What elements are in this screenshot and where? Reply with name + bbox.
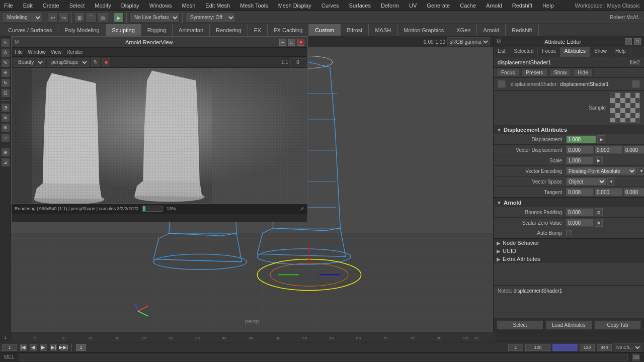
displacement-section-header[interactable]: ▼ Displacement Attributes [494,125,644,134]
menu-curves[interactable]: Curves [319,2,341,10]
attr-tab-selected[interactable]: Selected [510,47,538,57]
menu-mesh[interactable]: Mesh [180,2,197,10]
render-menu-window[interactable]: Window [28,49,46,55]
vs-map-btn[interactable]: ▼ [607,177,615,186]
menu-mesh-tools[interactable]: Mesh Tools [238,2,270,10]
select-tool[interactable]: ↖ [1,38,10,47]
tab-mash[interactable]: MASH [369,24,397,36]
toolbar-snap-grid[interactable]: ⊞ [74,13,85,23]
lasso-tool[interactable]: ⊙ [1,48,10,57]
toolbar-snap-curve[interactable]: ⌒ [86,13,97,23]
win-minimize-btn[interactable]: ─ [279,39,286,46]
t-y-input[interactable] [595,188,622,196]
scale-tool[interactable]: ⊡ [1,88,10,98]
tab-curves-surfaces[interactable]: Curves / Surfaces [2,24,58,36]
attr-hide-btn[interactable]: Hide [573,69,593,76]
tab-redshift[interactable]: Redshift [506,24,538,36]
attr-tab-focus[interactable]: Focus [538,47,560,57]
attr-minimize-btn[interactable]: ─ [625,38,632,45]
playback-end-input[interactable] [580,344,595,351]
auto-bump-checkbox[interactable] [566,230,572,236]
attr-show-btn[interactable]: Show [549,69,571,76]
no-char-select[interactable]: No Ch... [614,343,642,351]
t-x-input[interactable] [566,188,594,196]
move-tool[interactable]: ✛ [1,68,10,77]
menu-create[interactable]: Create [41,2,61,10]
menu-windows[interactable]: Windows [147,2,174,10]
bp-map-btn[interactable]: ⊠ [595,208,603,216]
vd-z-input[interactable] [623,146,644,154]
tab-rigging[interactable]: Rigging [141,24,173,36]
menu-generate[interactable]: Generate [425,2,452,10]
render-frame-input[interactable] [290,58,305,66]
vector-encoding-select[interactable]: Floating-Point Absolute [566,167,636,175]
smooth-tool[interactable]: ≋ [1,113,10,122]
playback-play-btn[interactable]: ▶ [39,343,47,351]
toolbar-btn-2[interactable]: ↪ [59,13,69,23]
tab-fx[interactable]: FX [248,24,268,36]
sculpt-tool[interactable]: ◔ [1,103,10,112]
menu-modify[interactable]: Modify [93,2,113,10]
attr-tab-help[interactable]: Help [611,47,630,57]
playback-max-input[interactable] [597,344,612,351]
vp-renderer-select[interactable]: sRGB gamma [447,37,490,46]
tab-poly-modeling[interactable]: Poly Modeling [58,24,106,36]
attr-link-left-btn[interactable] [498,80,506,88]
playback-start-input[interactable] [2,344,17,351]
no-live-select[interactable]: No Live Surface [129,13,180,23]
node-behavior-row[interactable]: ▶ Node Behavior [494,239,644,247]
range-end-input[interactable] [525,344,550,351]
tab-motion-graphics[interactable]: Motion Graphics [397,24,450,36]
tab-custom[interactable]: Custom [309,24,341,36]
command-input-area[interactable] [19,354,628,361]
attr-focus-btn[interactable]: Focus [497,69,519,76]
render-stop-btn[interactable]: ■ [102,58,110,66]
menu-help[interactable]: Help [540,2,556,10]
menu-display[interactable]: Display [119,2,141,10]
displacement-input[interactable] [566,135,596,143]
tab-animation[interactable]: Animation [173,24,210,36]
vector-space-select[interactable]: Object [566,177,606,186]
toolbar-btn-1[interactable]: ↩ [48,13,58,23]
timeline-track[interactable]: 5 10 15 20 25 30 35 40 45 50 55 60 65 70… [13,332,496,342]
attr-load-btn[interactable]: Load Attributes [545,320,592,330]
render-menu-view[interactable]: View [51,49,62,55]
ve-map-btn[interactable]: ▼ [637,167,644,175]
mode-select[interactable]: Modeling [2,13,42,23]
uuid-row[interactable]: ▶ UUID [494,247,644,255]
menu-file[interactable]: File [2,2,15,10]
render-menu-file[interactable]: File [15,49,23,55]
tab-sculpting[interactable]: Sculpting [106,24,141,36]
displacement-map-btn[interactable]: ▶ [597,135,605,143]
attr-sample-swatch[interactable] [610,93,640,123]
attr-link-right-btn[interactable] [632,80,640,88]
tab-arnold[interactable]: Arnold [477,24,506,36]
playback-skip-end-btn[interactable]: ▶▶| [59,343,67,351]
win-maximize-btn[interactable]: □ [288,39,295,46]
toolbar-snap-pt[interactable]: ◎ [98,13,108,23]
relax-tool[interactable]: ⊚ [1,123,10,132]
menu-cache[interactable]: Cache [458,2,478,10]
toolbar-render[interactable]: ▶ [114,13,124,23]
playback-prev-btn[interactable]: ◀ [29,343,37,351]
status-end-btn[interactable]: ⌨ [632,353,640,361]
render-menu-render[interactable]: Render [66,49,83,55]
vd-x-input[interactable] [566,146,594,154]
render-camera[interactable]: perspShape [47,58,89,67]
symmetry-select[interactable]: Symmetry: Off [185,13,235,23]
menu-surfaces[interactable]: Surfaces [347,2,373,10]
rotate-tool[interactable]: ↻ [1,78,10,87]
menu-edit[interactable]: Edit [21,2,35,10]
attr-presets-btn[interactable]: Presets [521,69,547,76]
range-start-input[interactable] [508,344,523,351]
menu-deform[interactable]: Deform [379,2,401,10]
win-close-btn[interactable]: ✕ [297,39,304,46]
tab-fx-caching[interactable]: FX Caching [268,24,309,36]
t-z-input[interactable] [623,188,644,196]
playback-next-btn[interactable]: ▶| [49,343,57,351]
tab-xgen[interactable]: XGen [450,24,477,36]
sz-map-btn[interactable]: ⊠ [595,219,603,227]
attr-select-btn[interactable]: Select [497,320,543,330]
scale-input[interactable] [566,156,594,164]
scalar-zero-input[interactable] [566,219,594,227]
